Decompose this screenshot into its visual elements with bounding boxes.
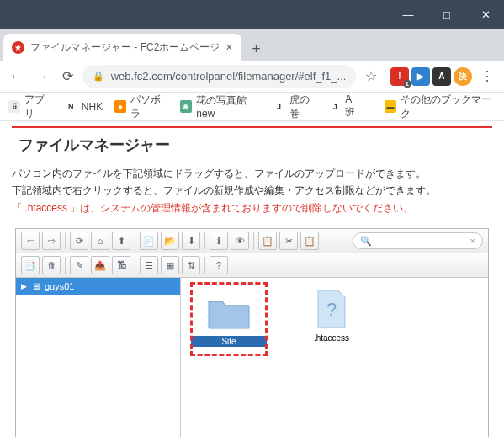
- extension-adblock-icon[interactable]: !: [390, 67, 409, 86]
- file-manager: ⇦ ⇨ ⟳ ⌂ ⬆ 📄 📂 ⬇ ℹ 👁 📋 ✂ 📋 🔍 × 📑: [15, 228, 489, 437]
- url-text: web.fc2.com/controlpanel/filemanager/#el…: [111, 70, 347, 83]
- file-item-site[interactable]: Site: [196, 288, 262, 350]
- back-button[interactable]: ←: [5, 64, 28, 89]
- bookmark-apps[interactable]: ⠿アプリ: [8, 93, 53, 121]
- window-close[interactable]: ✕: [474, 8, 497, 21]
- address-bar[interactable]: 🔒 web.fc2.com/controlpanel/filemanager/#…: [82, 65, 357, 88]
- toolbar-secondary: 📑 🗑 ✎ 📤 🗜 ☰ ▦ ⇅ ?: [16, 253, 488, 278]
- reload-button[interactable]: ⟳: [56, 64, 79, 89]
- browser-tabbar: ★ ファイルマネージャー - FC2ホームページ × +: [0, 29, 504, 61]
- lock-icon: 🔒: [93, 71, 104, 82]
- fm-copy-button[interactable]: 📋: [258, 232, 277, 250]
- fm-up-button[interactable]: ⬆: [112, 232, 130, 250]
- fm-newfile-button[interactable]: 📄: [140, 232, 158, 250]
- extension-3-icon[interactable]: A: [432, 67, 451, 86]
- fm-duplicate-button[interactable]: 📑: [21, 256, 40, 274]
- fm-home-button[interactable]: ⌂: [91, 232, 109, 250]
- new-tab-button[interactable]: +: [245, 37, 268, 61]
- tab-favicon-icon: ★: [12, 41, 24, 54]
- bookmark-ahan[interactable]: JA班: [329, 93, 361, 120]
- browser-menu-icon[interactable]: ⋮: [475, 68, 499, 84]
- fm-extract-button[interactable]: 📤: [91, 256, 109, 274]
- toolbar-primary: ⇦ ⇨ ⟳ ⌂ ⬆ 📄 📂 ⬇ ℹ 👁 📋 ✂ 📋 🔍 ×: [16, 229, 488, 253]
- fm-back-button[interactable]: ⇦: [21, 232, 40, 250]
- bookmark-icon: N: [65, 100, 77, 113]
- page-content: ファイルマネージャー パソコン内のファイルを下記領域にドラッグすると、ファイルの…: [0, 121, 504, 437]
- extension-2-icon[interactable]: ▶: [411, 67, 430, 86]
- bookmark-hananew[interactable]: ❀花の写真館new: [180, 93, 261, 120]
- forward-button[interactable]: →: [31, 64, 54, 89]
- bookmark-icon: ❀: [180, 100, 192, 113]
- fm-reload-button[interactable]: ⟳: [70, 232, 88, 250]
- folder-icon: ▬: [385, 100, 396, 113]
- tab-close-icon[interactable]: ×: [225, 40, 232, 54]
- fm-listview-button[interactable]: ☰: [140, 256, 158, 274]
- apps-icon: ⠿: [8, 100, 20, 113]
- search-clear-icon[interactable]: ×: [470, 236, 475, 246]
- bookmark-star-icon[interactable]: ☆: [359, 64, 382, 89]
- bookmarks-bar: ⠿アプリ NNHK ●パソボラ ❀花の写真館new J虎の巻 JA班 ▬その他の…: [0, 93, 504, 121]
- profile-avatar-icon[interactable]: 決: [454, 67, 472, 86]
- fm-info-button[interactable]: ℹ: [210, 232, 228, 250]
- file-item-htaccess[interactable]: ? .htaccess: [299, 288, 364, 344]
- bookmark-tora[interactable]: J虎の巻: [273, 93, 317, 121]
- browser-tab[interactable]: ★ ファイルマネージャー - FC2ホームページ ×: [3, 34, 241, 61]
- search-icon: 🔍: [360, 236, 372, 247]
- folder-icon: [204, 291, 253, 333]
- fm-sort-button[interactable]: ⇅: [182, 256, 200, 274]
- fm-paste-button[interactable]: 📋: [300, 232, 319, 250]
- unknown-file-icon: ?: [307, 288, 356, 330]
- svg-text:?: ?: [326, 299, 337, 320]
- bookmark-pasobora[interactable]: ●パソボラ: [114, 93, 168, 121]
- drive-icon: 🖥: [31, 281, 40, 291]
- window-maximize[interactable]: □: [435, 8, 459, 21]
- other-bookmarks[interactable]: ▬その他のブックマーク: [385, 93, 496, 121]
- file-label: .htaccess: [309, 333, 354, 344]
- bookmark-icon: ●: [114, 100, 126, 113]
- fm-preview-button[interactable]: 👁: [231, 232, 249, 250]
- fm-download-button[interactable]: ⬇: [182, 232, 200, 250]
- warning-text: 「 .htaccess 」は、システムの管理情報が含まれておりますので削除しない…: [12, 200, 492, 216]
- file-label: Site: [191, 336, 267, 347]
- fm-help-button[interactable]: ?: [210, 256, 228, 274]
- page-description: パソコン内のファイルを下記領域にドラッグすると、ファイルのアップロードができます…: [0, 165, 504, 216]
- browser-toolbar: ← → ⟳ 🔒 web.fc2.com/controlpanel/fileman…: [0, 61, 504, 93]
- fm-panes: ▶ 🖥 guys01 Site ? .htaccess: [16, 278, 488, 437]
- window-titlebar: — □ ✕: [0, 0, 504, 29]
- bookmark-icon: J: [273, 100, 284, 113]
- fm-edit-button[interactable]: ✎: [70, 256, 88, 274]
- tree-item-guys01[interactable]: ▶ 🖥 guys01: [16, 278, 180, 295]
- fm-gridview-button[interactable]: ▦: [161, 256, 179, 274]
- bookmark-icon: J: [329, 100, 341, 113]
- bookmark-nhk[interactable]: NNHK: [65, 100, 103, 113]
- page-title: ファイルマネージャー: [0, 128, 504, 165]
- window-minimize[interactable]: —: [396, 8, 420, 21]
- fm-files-panel[interactable]: Site ? .htaccess: [181, 278, 488, 437]
- fm-cut-button[interactable]: ✂: [279, 232, 298, 250]
- fm-open-button[interactable]: 📂: [161, 232, 179, 250]
- fm-delete-button[interactable]: 🗑: [42, 256, 61, 274]
- fm-tree-panel[interactable]: ▶ 🖥 guys01: [16, 278, 181, 437]
- fm-search-input[interactable]: 🔍 ×: [353, 232, 483, 249]
- chevron-right-icon: ▶: [21, 282, 27, 290]
- tab-title: ファイルマネージャー - FC2ホームページ: [30, 40, 220, 55]
- fm-forward-button[interactable]: ⇨: [42, 232, 61, 250]
- fm-archive-button[interactable]: 🗜: [112, 256, 130, 274]
- extensions: ! ▶ A 決: [385, 67, 472, 86]
